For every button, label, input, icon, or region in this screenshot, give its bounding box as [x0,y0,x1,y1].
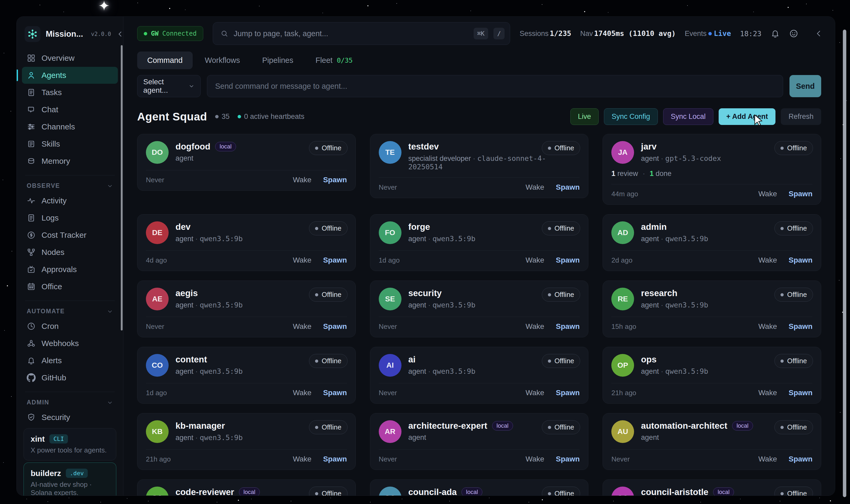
feedback-smiley-icon[interactable] [789,29,798,38]
last-seen: 1d ago [146,389,167,397]
agent-card[interactable]: Offline CO content agent [137,347,356,403]
notifications-bell-icon[interactable] [771,29,780,38]
agent-card[interactable]: Offline SE security agent [370,281,589,337]
tab[interactable]: Pipelines [252,52,303,69]
header-action-button[interactable]: + Add Agent [719,108,776,125]
wake-button[interactable]: Wake [758,455,777,463]
section-automate[interactable]: AUTOMATE [22,306,118,318]
spawn-button[interactable]: Spawn [789,389,813,397]
app-title: Mission... [46,29,83,39]
spawn-button[interactable]: Spawn [789,190,813,198]
agent-avatar: FO [379,221,402,244]
card-divider [379,383,580,383]
spawn-button[interactable]: Spawn [556,389,580,397]
command-message-input[interactable]: Send command or message to agent... [207,75,783,97]
sidebar-item[interactable]: Alerts [22,352,118,369]
spawn-button[interactable]: Spawn [323,322,347,331]
wake-button[interactable]: Wake [526,183,545,192]
spawn-button[interactable]: Spawn [556,455,580,463]
agent-card[interactable]: Offline DE dev agent [137,214,356,271]
send-button[interactable]: Send [790,75,821,97]
wake-button[interactable]: Wake [526,322,545,331]
sidebar-item[interactable]: Security [22,409,118,426]
agent-card[interactable]: Offline FO forge agent [370,214,589,271]
header-action-button[interactable]: Refresh [781,108,821,125]
sidebar-item[interactable]: Memory [22,153,118,169]
spawn-button[interactable]: Spawn [323,256,347,265]
sidebar-item[interactable]: Activity [22,192,118,209]
header-action-button[interactable]: Sync Local [663,108,713,125]
wake-button[interactable]: Wake [293,455,312,463]
spawn-button[interactable]: Spawn [323,389,347,397]
header-action-button[interactable]: Live [570,108,599,125]
spawn-button[interactable]: Spawn [789,256,813,265]
wake-button[interactable]: Wake [293,322,312,331]
spawn-button[interactable]: Spawn [323,455,347,463]
header-action-button[interactable]: Sync Config [604,108,658,125]
sidebar-collapse-icon[interactable] [116,30,124,38]
tab[interactable]: Fleet 0/35 [305,52,363,69]
sidebar-item[interactable]: Chat [22,101,118,118]
agent-card[interactable]: Offline AU automation-architect local [603,413,821,470]
wake-button[interactable]: Wake [758,322,777,331]
section-observe[interactable]: OBSERVE [22,181,118,192]
wake-button[interactable]: Wake [758,256,777,265]
sidebar-item[interactable]: Nodes [22,244,118,261]
tab[interactable]: Command [137,52,193,69]
spawn-button[interactable]: Spawn [556,183,580,192]
wake-button[interactable]: Wake [293,256,312,265]
wake-button[interactable]: Wake [293,389,312,397]
spawn-button[interactable]: Spawn [556,256,580,265]
sidebar-item[interactable]: Logs [22,210,118,227]
sidebar-scrollbar[interactable] [121,45,123,330]
right-panel-collapse-icon[interactable] [814,29,823,38]
agent-card[interactable]: Offline AR architecture-expert local [370,413,589,470]
agent-card[interactable]: Offline CO code-reviewer local a [137,480,356,496]
agent-card[interactable]: Offline RE research agent [603,281,821,337]
sidebar-item[interactable]: Cron [22,318,118,335]
agent-avatar: JA [611,141,634,164]
tab[interactable]: Workflows [195,52,250,69]
sidebar-item[interactable]: Tasks [22,84,118,101]
sidebar-item[interactable]: Webhooks [22,335,118,352]
agent-card[interactable]: Offline CO council-aristotle local [603,480,821,496]
agent-card[interactable]: Offline KB kb-manager agent [137,413,356,470]
sidebar-item[interactable]: Approvals [22,261,118,278]
agent-card[interactable]: Offline TE testdev specialist d [370,134,589,198]
agent-card[interactable]: Offline AE aegis agent [137,281,356,337]
section-admin[interactable]: ADMIN [22,397,118,409]
sidebar-item[interactable]: Agents [22,67,118,84]
spawn-button[interactable]: Spawn [789,455,813,463]
wake-button[interactable]: Wake [526,455,545,463]
wake-button[interactable]: Wake [758,190,777,198]
agent-card[interactable]: Offline JA jarv agent [603,134,821,205]
promo-card[interactable]: xint CLI X power tools for agents. [23,428,116,461]
agent-card[interactable]: Offline AD admin agent [603,214,821,271]
global-search-input[interactable]: Jump to page, task, agent... ⌘K / [213,22,510,45]
spawn-button[interactable]: Spawn [323,176,347,184]
agent-card[interactable]: Offline DO dogfood local agent [137,134,356,191]
spawn-button[interactable]: Spawn [556,322,580,331]
promo-card[interactable]: builderz .dev AI-native dev shop · Solan… [23,463,116,496]
sidebar-item[interactable]: Cost Tracker [22,227,118,244]
wake-button[interactable]: Wake [758,389,777,397]
offline-dot [548,293,551,296]
wake-button[interactable]: Wake [526,256,545,265]
sidebar-item[interactable]: Office [22,278,118,295]
agent-model: qwen3.5:9b [661,367,708,375]
gateway-status-pill[interactable]: GW Connected [137,26,203,41]
agent-select-dropdown[interactable]: Select agent... [137,75,200,97]
agent-card[interactable]: Offline AI ai agent [370,347,589,403]
wake-button[interactable]: Wake [293,176,312,184]
sidebar-item[interactable]: Overview [22,50,118,67]
agent-avatar: SE [379,288,402,310]
wake-button[interactable]: Wake [526,389,545,397]
page-scrollbar[interactable] [843,30,846,497]
sidebar-item[interactable]: GitHub [22,369,118,386]
spawn-button[interactable]: Spawn [789,322,813,331]
agent-card[interactable]: Offline OP ops agent [603,347,821,403]
agent-model: qwen3.5:9b [661,301,708,309]
agent-card[interactable]: Offline CO council-ada local age [370,480,589,496]
sidebar-item[interactable]: Skills [22,136,118,152]
sidebar-item[interactable]: Channels [22,118,118,135]
